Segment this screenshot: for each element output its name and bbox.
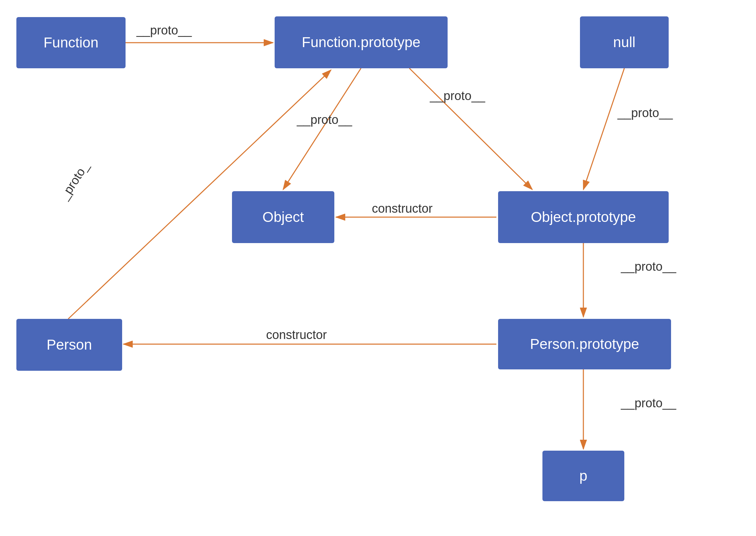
label-obj-proto-to-object: constructor [372,201,433,216]
p-node: p [542,451,624,501]
label-person-proto-to-p: __proto__ [621,396,676,410]
svg-line-4 [583,68,624,189]
person-node: Person [16,319,122,371]
svg-line-2 [283,68,361,189]
label-func-proto-to-obj-proto: __proto__ [430,89,485,103]
diagram: Function Function.prototype null Object … [0,0,756,536]
label-person-to-func-proto: _proto_ [57,159,92,202]
label-null-to-obj-proto: __proto__ [617,106,673,120]
object-node: Object [232,191,334,243]
null-node: null [580,16,669,68]
object-prototype-node: Object.prototype [498,191,669,243]
function-prototype-node: Function.prototype [275,16,448,68]
svg-line-3 [409,68,532,189]
label-func-proto-to-object: __proto__ [297,113,352,127]
person-prototype-node: Person.prototype [498,319,671,369]
label-obj-proto-to-person-proto: __proto__ [621,259,676,274]
function-node: Function [16,17,126,68]
label-person-proto-to-person: constructor [266,328,327,342]
label-func-to-proto: __proto__ [136,23,192,38]
